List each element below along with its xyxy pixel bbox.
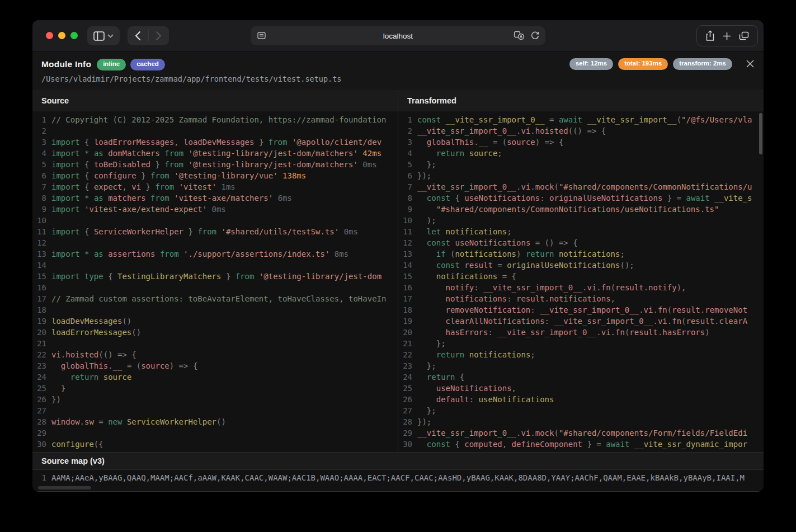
line-number: 14 <box>32 260 51 271</box>
line-number: 5 <box>32 159 51 170</box>
code-line: 29 <box>32 427 398 439</box>
code-line: 19loadDevMessages() <box>32 316 398 327</box>
line-number: 19 <box>32 316 51 327</box>
line-number: 2 <box>32 125 51 136</box>
line-number: 6 <box>398 170 417 181</box>
page-title: Module Info <box>41 59 91 69</box>
line-number: 20 <box>32 327 51 338</box>
code-line: 17// Zammad custom assertions: toBeAvata… <box>32 293 398 304</box>
code-line: 24 return { <box>398 371 764 383</box>
line-number: 30 <box>32 439 51 450</box>
share-button[interactable] <box>705 30 715 41</box>
code-line: 28window.sw = new ServiceWorkerHelper() <box>32 416 398 427</box>
url-text: localhost <box>251 32 545 40</box>
line-number: 29 <box>32 427 51 439</box>
code-line: 3import { loadErrorMessages, loadDevMess… <box>32 136 398 148</box>
code-line: 18 removeNotification: __vite_ssr_import… <box>398 304 764 316</box>
code-line: 21 <box>32 338 398 349</box>
code-line: 20 hasErrors: __vite_ssr_import_0__.vi.f… <box>398 327 764 338</box>
line-number: 5 <box>398 159 417 170</box>
close-window-button[interactable] <box>46 32 53 39</box>
translate-icon[interactable] <box>514 31 525 40</box>
reload-icon[interactable] <box>530 31 540 40</box>
line-number: 22 <box>398 349 417 360</box>
code-line: 24 return source <box>32 371 398 383</box>
back-icon <box>135 31 141 41</box>
line-number: 11 <box>398 226 417 237</box>
forward-button[interactable] <box>148 26 169 45</box>
line-number: 29 <box>398 427 417 439</box>
code-line: 11 let notifications; <box>398 226 764 237</box>
line-number: 3 <box>398 136 417 148</box>
code-line: 6}); <box>398 170 764 181</box>
module-badge: cached <box>130 59 165 70</box>
code-line: 1// Copyright (C) 2012-2025 Zammad Found… <box>32 114 398 125</box>
minimize-window-button[interactable] <box>58 32 65 39</box>
source-code[interactable]: 1// Copyright (C) 2012-2025 Zammad Found… <box>32 111 398 452</box>
code-line: 5import { toBeDisabled } from '@testing-… <box>32 159 398 170</box>
code-line: 22 return notifications; <box>398 349 764 360</box>
code-line: 11import { ServiceWorkerHelper } from '#… <box>32 226 398 237</box>
forward-icon <box>156 31 162 41</box>
line-number: 15 <box>398 271 417 282</box>
code-line: 13import * as assertions from './support… <box>32 248 398 260</box>
line-number: 4 <box>32 148 51 159</box>
back-button[interactable] <box>128 26 148 45</box>
line-number: 12 <box>398 237 417 248</box>
code-line: 18 <box>32 304 398 316</box>
sourcemap-code[interactable]: 1AAMA;AAeA,yBAAG,QAAQ,MAAM;AACf,aAAW,KAA… <box>32 470 764 491</box>
code-line: 1AAMA;AAeA,yBAAG,QAAQ,MAAM;AACf,aAAW,KAA… <box>32 472 764 483</box>
code-line: 16 notify: __vite_ssr_import_0__.vi.fn(r… <box>398 282 764 293</box>
line-number: 26 <box>398 394 417 405</box>
line-number: 16 <box>398 282 417 293</box>
sidebar-toggle-button[interactable] <box>87 26 120 45</box>
line-number: 9 <box>398 204 417 215</box>
vertical-scrollbar[interactable] <box>759 113 762 154</box>
share-icon <box>705 30 715 41</box>
code-line: 30configure({ <box>32 439 398 450</box>
code-line: 9 "#shared/components/CommonNotification… <box>398 204 764 215</box>
code-line: 2 <box>32 125 398 136</box>
transformed-code[interactable]: 1const __vite_ssr_import_0__ = await __v… <box>398 111 764 452</box>
tab-overview-button[interactable] <box>739 31 749 40</box>
reader-icon[interactable] <box>257 31 266 40</box>
nav-buttons <box>128 26 169 45</box>
code-line: 30 const { computed, defineComponent } =… <box>398 439 764 450</box>
code-line: 9import 'vitest-axe/extend-expect' 0ms <box>32 204 398 215</box>
timing-badges: self: 12mstotal: 193mstransform: 2ms <box>569 58 732 70</box>
code-line: 23 globalThis.__ = (source) => { <box>32 360 398 371</box>
code-line: 7__vite_ssr_import_0__.vi.mock("#shared/… <box>398 181 764 192</box>
chevron-down-icon <box>107 34 114 38</box>
code-line: 14 const result = originalUseNotificatio… <box>398 260 764 271</box>
line-number: 1 <box>32 114 51 125</box>
line-number: 22 <box>32 349 51 360</box>
close-panel-button[interactable] <box>745 59 755 69</box>
line-number: 9 <box>32 204 51 215</box>
code-line: 8 const { useNotifications: originalUseN… <box>398 192 764 204</box>
code-line: 10 <box>32 215 398 226</box>
line-number: 6 <box>32 170 51 181</box>
line-number: 27 <box>398 405 417 416</box>
new-tab-icon <box>723 32 731 40</box>
line-number: 15 <box>32 271 51 282</box>
line-number: 27 <box>32 405 51 416</box>
source-panel-title: Source <box>32 91 398 111</box>
code-line: 29__vite_ssr_import_0__.vi.mock("#shared… <box>398 427 764 439</box>
horizontal-scrollbar[interactable] <box>38 486 91 489</box>
code-line: 25 useNotifications, <box>398 383 764 394</box>
code-line: 20loadErrorMessages() <box>32 327 398 338</box>
line-number: 19 <box>398 316 417 327</box>
zoom-window-button[interactable] <box>70 32 78 39</box>
line-number: 26 <box>32 394 51 405</box>
new-tab-button[interactable] <box>723 32 731 40</box>
line-number: 24 <box>398 371 417 383</box>
code-line: 15import type { TestingLibraryMatchers }… <box>32 271 398 282</box>
module-badge: inline <box>97 59 126 70</box>
line-number: 7 <box>32 181 51 192</box>
line-number: 13 <box>398 248 417 260</box>
sourcemap-title: Source map (v3) <box>32 452 764 470</box>
line-number: 28 <box>398 416 417 427</box>
line-number: 10 <box>398 215 417 226</box>
code-line: 16 <box>32 282 398 293</box>
address-bar[interactable]: localhost <box>251 26 545 45</box>
